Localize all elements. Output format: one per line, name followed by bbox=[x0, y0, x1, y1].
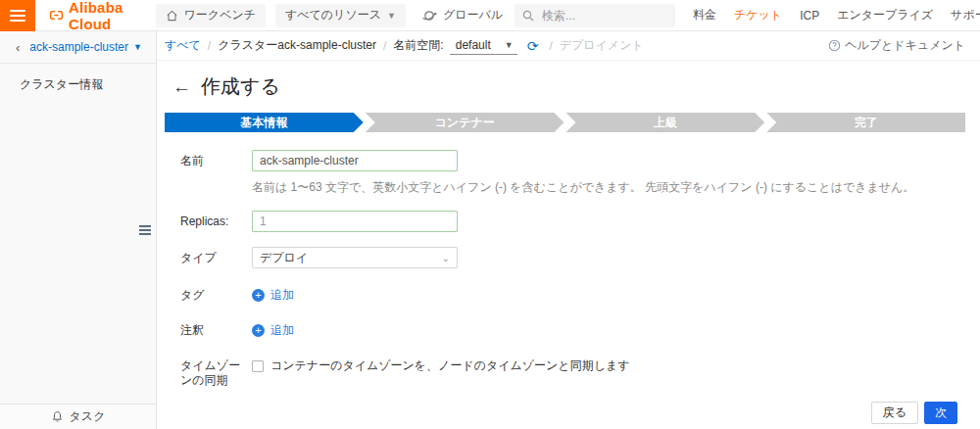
tasks-bell-icon bbox=[51, 410, 64, 423]
namespace-value: default bbox=[456, 38, 491, 52]
global-label: グローバル bbox=[443, 7, 503, 24]
sidebar-cluster-switcher[interactable]: ack-sample-cluster ▼ bbox=[29, 40, 142, 54]
timezone-checkbox[interactable] bbox=[252, 360, 264, 372]
topbar-link-support[interactable]: サポート bbox=[951, 7, 980, 24]
hamburger-menu-button[interactable] bbox=[0, 0, 35, 31]
page-title: 作成する bbox=[201, 73, 280, 100]
type-select-value: デプロイ bbox=[260, 250, 308, 266]
breadcrumb-deployment: デプロイメント bbox=[560, 37, 644, 54]
global-search-box[interactable] bbox=[514, 4, 675, 27]
chevron-down-icon: ▼ bbox=[387, 11, 396, 21]
main-content: ← 作成する 基本情報 コンテナー 上級 完了 名前 名前は 1〜63 文字で、… bbox=[157, 61, 980, 429]
step-container: コンテナー bbox=[366, 113, 564, 132]
chevron-down-icon: ▼ bbox=[505, 40, 514, 50]
namespace-select[interactable]: default ▼ bbox=[450, 36, 517, 55]
step-advanced: 上級 bbox=[566, 113, 765, 132]
topbar-link-enterprise[interactable]: エンタープライズ bbox=[837, 7, 933, 24]
add-annotation-label: 追加 bbox=[270, 322, 294, 339]
topbar-link-billing[interactable]: 料金 bbox=[693, 7, 716, 24]
all-resources-dropdown[interactable]: すべてのリソース ▼ bbox=[275, 4, 406, 27]
all-resources-label: すべてのリソース bbox=[285, 7, 381, 24]
alibaba-cloud-logo[interactable]: Alibaba Cloud bbox=[49, 0, 132, 32]
namespace-label: 名前空間: bbox=[393, 37, 443, 54]
wizard-footer: 戻る 次 bbox=[165, 402, 965, 424]
replicas-label: Replicas: bbox=[180, 211, 252, 229]
app-window: Alibaba Cloud ワークベンチ すべてのリソース ▼ グローバル bbox=[0, 0, 980, 429]
breadcrumb-separator: / bbox=[383, 39, 386, 53]
add-annotation-button[interactable]: + 追加 bbox=[252, 319, 294, 339]
form-row-tags: タグ + 追加 bbox=[165, 284, 965, 304]
type-select[interactable]: デプロイ ⌄ bbox=[252, 247, 458, 268]
name-input[interactable] bbox=[252, 150, 458, 171]
home-icon bbox=[166, 10, 178, 22]
help-and-docs-link[interactable]: ヘルプとドキュメント bbox=[828, 37, 965, 54]
next-button[interactable]: 次 bbox=[924, 402, 957, 424]
timezone-label: タイムゾーンの同期 bbox=[180, 355, 252, 388]
back-button[interactable]: 戻る bbox=[871, 402, 918, 424]
hamburger-icon bbox=[10, 7, 25, 24]
name-label: 名前 bbox=[180, 150, 252, 168]
breadcrumb-separator: / bbox=[549, 39, 552, 53]
workbench-label: ワークベンチ bbox=[184, 7, 256, 24]
step-basic-info: 基本情報 bbox=[165, 113, 364, 132]
name-help-text: 名前は 1〜63 文字で、英数小文字とハイフン (-) を含むことができます。 … bbox=[252, 179, 965, 195]
topbar-right-links: 料金 チケット ICP エンタープライズ サポート bbox=[675, 7, 980, 24]
form-row-type: タイプ デプロイ ⌄ bbox=[165, 247, 965, 268]
form-row-annotations: 注釈 + 追加 bbox=[165, 319, 965, 339]
sidebar-header: ‹ ack-sample-cluster ▼ bbox=[0, 31, 156, 64]
help-and-docs-label: ヘルプとドキュメント bbox=[845, 37, 965, 54]
breadcrumb-separator: / bbox=[208, 39, 211, 53]
sidebar-item-cluster-info[interactable]: クラスター情報 bbox=[0, 64, 156, 106]
tasks-label: タスク bbox=[70, 408, 106, 425]
alibaba-cloud-logo-icon bbox=[49, 7, 64, 24]
breadcrumb-all[interactable]: すべて bbox=[165, 37, 201, 54]
replicas-input[interactable] bbox=[252, 211, 458, 232]
sidebar-resize-handle[interactable] bbox=[139, 223, 151, 237]
chevron-down-icon: ▼ bbox=[133, 42, 142, 52]
refresh-icon[interactable]: ⟳ bbox=[527, 38, 539, 54]
wizard-steps: 基本情報 コンテナー 上級 完了 bbox=[165, 113, 965, 132]
add-tag-label: 追加 bbox=[270, 287, 294, 304]
search-icon bbox=[522, 10, 534, 22]
breadcrumb-bar: すべて / クラスターack-sample-cluster / 名前空間: de… bbox=[157, 31, 980, 61]
type-label: タイプ bbox=[180, 247, 252, 265]
back-arrow-icon[interactable]: ← bbox=[172, 76, 191, 98]
annotations-label: 注釈 bbox=[180, 319, 252, 338]
global-icon bbox=[421, 9, 437, 23]
breadcrumb-cluster: クラスターack-sample-cluster bbox=[218, 37, 376, 54]
page-title-row: ← 作成する bbox=[172, 73, 965, 100]
sidebar-back-chevron-icon[interactable]: ‹ bbox=[16, 40, 20, 55]
chevron-down-icon: ⌄ bbox=[442, 253, 450, 263]
sidebar-cluster-name: ack-sample-cluster bbox=[29, 40, 128, 54]
region-selector-global[interactable]: グローバル bbox=[421, 7, 503, 24]
plus-circle-icon: + bbox=[252, 324, 265, 337]
sidebar: ‹ ack-sample-cluster ▼ クラスター情報 タスク bbox=[0, 31, 157, 429]
sidebar-tasks-button[interactable]: タスク bbox=[0, 404, 156, 429]
timezone-checkbox-row: コンテナーのタイムゾーンを、ノードのタイムゾーンと同期します bbox=[252, 355, 629, 374]
top-navigation-bar: Alibaba Cloud ワークベンチ すべてのリソース ▼ グローバル bbox=[0, 0, 980, 31]
help-circle-icon bbox=[828, 39, 841, 52]
form-row-name: 名前 bbox=[165, 150, 965, 171]
timezone-checkbox-label: コンテナーのタイムゾーンを、ノードのタイムゾーンと同期します bbox=[270, 358, 629, 374]
form-row-replicas: Replicas: bbox=[165, 211, 965, 232]
add-tag-button[interactable]: + 追加 bbox=[252, 284, 294, 304]
form-row-timezone: タイムゾーンの同期 コンテナーのタイムゾーンを、ノードのタイムゾーンと同期します bbox=[165, 355, 965, 388]
brand-name: Alibaba Cloud bbox=[69, 0, 132, 32]
tags-label: タグ bbox=[180, 284, 252, 303]
topbar-link-icp[interactable]: ICP bbox=[800, 9, 819, 23]
step-done: 完了 bbox=[766, 113, 965, 132]
search-input[interactable] bbox=[540, 8, 667, 24]
plus-circle-icon: + bbox=[252, 289, 265, 302]
workbench-button[interactable]: ワークベンチ bbox=[156, 4, 266, 27]
topbar-link-tickets[interactable]: チケット bbox=[734, 7, 782, 24]
